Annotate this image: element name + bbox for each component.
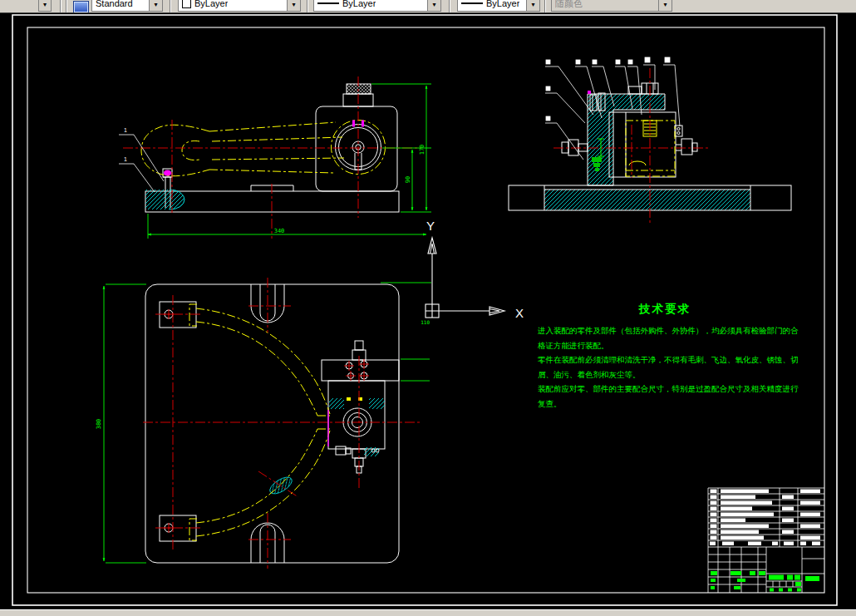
linetype-sample-icon [317,2,339,4]
tech-req-line-4: 屑、油污、着色剂和灰尘等。 [538,370,641,379]
plotstyle-combo: 随颜色 ▾ [551,0,672,12]
chevron-down-icon[interactable]: ▾ [526,0,539,11]
color-swatch-icon [182,0,191,8]
status-strip [0,609,856,616]
toolbar-separator [170,0,171,12]
text-style-icon[interactable] [73,1,89,13]
style-combo[interactable]: Standard ▾ [91,0,163,12]
dim-front-base-width: 340 [274,228,285,234]
base-section-hatch [145,190,184,209]
toolbar-dropdown-stub[interactable]: ▾ [38,0,52,12]
dim-plan-height: 380 [96,419,102,430]
toolbar-separator [544,0,546,12]
chevron-down-icon[interactable]: ▾ [149,0,162,11]
style-combo-value: Standard [96,0,133,8]
callout-leader-a: 1 [124,127,127,133]
chevron-down-icon: ▾ [43,1,47,8]
lineweight-sample-icon [461,2,483,4]
x-axis-label: X [515,306,524,320]
chevron-down-icon: ▾ [658,0,672,11]
chevron-down-icon[interactable]: ▾ [427,0,440,11]
chevron-down-icon[interactable]: ▾ [287,0,300,11]
lineweight-combo[interactable]: ByLayer ▾ [457,0,540,12]
color-combo-value: ByLayer [194,0,228,8]
callout-leader-b: 1 [124,156,127,162]
tech-requirements-title: 技术要求 [638,303,691,315]
dim-front-center-height: 90 [405,176,411,183]
y-axis-label: Y [426,219,435,233]
tech-req-line-1: 进入装配的零件及部件（包括外购件、外协件），均必须具有检验部门的合 [537,326,799,335]
toolbar-separator [60,0,61,12]
section-pin-detail [588,91,591,94]
dim-front-total-height: 170 [419,145,426,155]
linetype-combo[interactable]: ByLayer ▾ [313,0,441,12]
drawing-canvas[interactable]: 340 90 170 1 1 [0,0,856,616]
toolbar-separator [449,0,450,12]
toolbar-separator [307,0,308,12]
tech-req-line-6: 复查。 [538,399,562,408]
color-combo[interactable]: ByLayer ▾ [178,0,301,12]
tech-req-line-2: 格证方能进行装配。 [538,341,609,350]
tech-req-line-3: 零件在装配前必须清理和清洗干净，不得有毛刺、飞边、氧化皮、锈蚀、切 [538,355,799,364]
properties-toolbar: ▾ Standard ▾ ByLayer ▾ ByLayer ▾ ByLayer… [0,0,856,13]
linetype-combo-value: ByLayer [342,0,376,8]
plotstyle-combo-value: 随颜色 [555,0,583,10]
lineweight-combo-value: ByLayer [486,0,519,8]
tech-req-line-5: 装配前应对零、部件的主要配合尺寸，特别是过盈配合尺寸及相关精度进行 [538,384,799,393]
dim-origin: 110 [421,319,430,325]
toolbar-separator [66,0,67,12]
